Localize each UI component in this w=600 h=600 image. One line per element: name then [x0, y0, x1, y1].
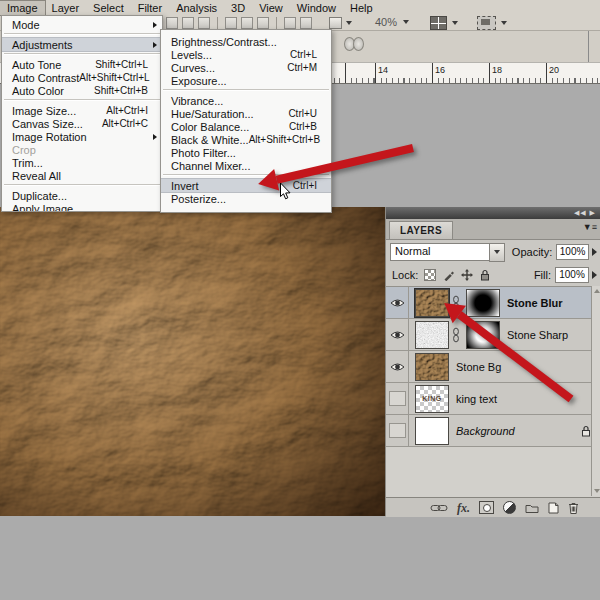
menu-item-shortcut: Ctrl+B	[289, 121, 326, 132]
menu-item-adjustments[interactable]: Adjustments	[2, 38, 162, 51]
menu-filter[interactable]: Filter	[131, 1, 169, 15]
menu-item-reveal-all[interactable]: Reveal All	[2, 169, 162, 182]
layer-thumbnail[interactable]	[415, 321, 449, 349]
menu-item-hue-saturation[interactable]: Hue/Saturation... Ctrl+U	[161, 107, 331, 120]
layer-name[interactable]: Stone Blur	[507, 297, 563, 309]
opacity-slider-arrow-icon[interactable]	[592, 248, 597, 256]
menu-item-label: Curves...	[171, 62, 215, 74]
scroll-down-icon[interactable]	[594, 489, 600, 493]
hidden-eye-well	[389, 423, 406, 438]
menu-view[interactable]: View	[252, 1, 290, 15]
blend-mode-select[interactable]: Normal	[390, 243, 490, 261]
delete-layer-trash-icon[interactable]	[568, 502, 579, 514]
lock-all-icon[interactable]	[480, 269, 490, 281]
menu-item-shortcut: Ctrl+U	[288, 108, 326, 119]
menu-item-vibrance[interactable]: Vibrance...	[161, 94, 331, 107]
menu-item-image-size[interactable]: Image Size... Alt+Ctrl+I	[2, 104, 162, 117]
fill-value-field[interactable]: 100%	[555, 267, 589, 283]
scroll-up-icon[interactable]	[594, 289, 600, 293]
menu-image[interactable]: Image	[0, 1, 45, 15]
option-icon-button[interactable]	[257, 17, 269, 29]
lock-position-move-icon[interactable]	[461, 269, 473, 281]
layer-thumbnail[interactable]: KING	[415, 385, 449, 413]
layer-thumbnail[interactable]	[415, 353, 449, 381]
menu-item-posterize[interactable]: Posterize...	[161, 192, 331, 205]
collapse-panels-icon[interactable]: ◀◀ ▶	[574, 209, 596, 217]
option-icon-button[interactable]	[182, 17, 194, 29]
menu-item-label: Levels...	[171, 49, 212, 61]
lock-paint-brush-icon[interactable]	[443, 270, 454, 281]
menu-item-levels[interactable]: Levels... Ctrl+L	[161, 48, 331, 61]
layer-name[interactable]: Stone Sharp	[507, 329, 568, 341]
menu-item-color-balance[interactable]: Color Balance... Ctrl+B	[161, 120, 331, 133]
menu-item-apply-image[interactable]: Apply Image...	[2, 202, 162, 212]
zoom-level-value: 40%	[375, 16, 397, 28]
new-group-folder-icon[interactable]	[525, 503, 539, 513]
menu-analysis[interactable]: Analysis	[169, 1, 224, 15]
add-layer-mask-icon[interactable]	[479, 501, 494, 514]
blend-opacity-row: Normal Opacity: 100%	[386, 240, 600, 264]
layer-mask-thumbnail[interactable]	[466, 289, 500, 317]
panel-menu-icon[interactable]: ▼≡	[583, 223, 597, 232]
menu-item-curves[interactable]: Curves... Ctrl+M	[161, 61, 331, 74]
fill-slider-arrow-icon[interactable]	[592, 271, 597, 279]
submenu-arrow-icon	[153, 134, 157, 140]
opacity-value-field[interactable]: 100%	[556, 244, 589, 260]
menu-item-label: Duplicate...	[12, 190, 67, 202]
lock-transparency-icon[interactable]	[424, 269, 436, 281]
menu-item-black-white[interactable]: Black & White... Alt+Shift+Ctrl+B	[161, 133, 331, 146]
menu-item-brightness-contrast[interactable]: Brightness/Contrast...	[161, 35, 331, 48]
menu-window[interactable]: Window	[290, 1, 343, 15]
layer-thumbnail[interactable]	[415, 417, 449, 445]
visibility-toggle[interactable]	[386, 319, 409, 350]
option-icon-button[interactable]	[300, 17, 312, 29]
menu-3d[interactable]: 3D	[224, 1, 252, 15]
arrange-documents-button[interactable]	[430, 16, 458, 30]
new-layer-icon[interactable]	[548, 502, 559, 514]
menu-item-invert[interactable]: Invert Ctrl+I	[161, 179, 331, 192]
layer-row-stone-bg[interactable]: Stone Bg	[386, 351, 600, 383]
menu-help[interactable]: Help	[343, 1, 380, 15]
option-icon-button[interactable]	[166, 17, 178, 29]
visibility-toggle[interactable]	[386, 383, 409, 414]
layer-name[interactable]: king text	[456, 393, 497, 405]
menu-item-photo-filter[interactable]: Photo Filter...	[161, 146, 331, 159]
menu-item-label: Canvas Size...	[12, 118, 83, 130]
adjustment-layer-icon[interactable]	[503, 501, 516, 514]
menu-item-mode[interactable]: Mode	[2, 18, 162, 31]
menu-item-trim[interactable]: Trim...	[2, 156, 162, 169]
tab-layers[interactable]: LAYERS	[389, 221, 453, 239]
tool-preset-picker[interactable]	[329, 17, 352, 29]
visibility-toggle[interactable]	[386, 287, 409, 318]
screen-mode-button[interactable]	[477, 16, 507, 30]
opacity-label: Opacity:	[512, 246, 552, 258]
layer-row-background[interactable]: Background	[386, 415, 600, 447]
layer-name[interactable]: Stone Bg	[456, 361, 501, 373]
menu-item-auto-tone[interactable]: Auto Tone Shift+Ctrl+L	[2, 58, 162, 71]
mask-link-icon[interactable]	[452, 327, 460, 343]
blend-mode-dropdown-button[interactable]	[489, 243, 504, 262]
menu-item-duplicate[interactable]: Duplicate...	[2, 189, 162, 202]
menu-item-label: Auto Tone	[12, 59, 61, 71]
layer-style-fx-icon[interactable]: fx.	[457, 502, 470, 514]
menu-item-auto-color[interactable]: Auto Color Shift+Ctrl+B	[2, 84, 162, 97]
menu-item-auto-contrast[interactable]: Auto Contrast Alt+Shift+Ctrl+L	[2, 71, 162, 84]
menu-layer[interactable]: Layer	[45, 1, 87, 15]
menu-bar: Image Layer Select Filter Analysis 3D Vi…	[0, 0, 600, 15]
menu-select[interactable]: Select	[86, 1, 131, 15]
option-icon-button[interactable]	[284, 17, 296, 29]
layers-scrollbar[interactable]	[591, 286, 600, 496]
layer-name[interactable]: Background	[456, 425, 515, 437]
visibility-toggle[interactable]	[386, 351, 409, 382]
zoom-level-dropdown[interactable]: 40%	[375, 16, 409, 28]
layer-row-stone-blur[interactable]: Stone Blur	[386, 287, 600, 319]
document-canvas[interactable]	[0, 207, 385, 516]
menu-item-image-rotation[interactable]: Image Rotation	[2, 130, 162, 143]
visibility-toggle[interactable]	[386, 415, 409, 446]
option-icon-button[interactable]	[241, 17, 253, 29]
menu-item-canvas-size[interactable]: Canvas Size... Alt+Ctrl+C	[2, 117, 162, 130]
option-icon-button[interactable]	[198, 17, 210, 29]
menu-item-exposure[interactable]: Exposure...	[161, 74, 331, 87]
option-icon-button[interactable]	[225, 17, 237, 29]
link-layers-icon[interactable]	[430, 503, 448, 513]
